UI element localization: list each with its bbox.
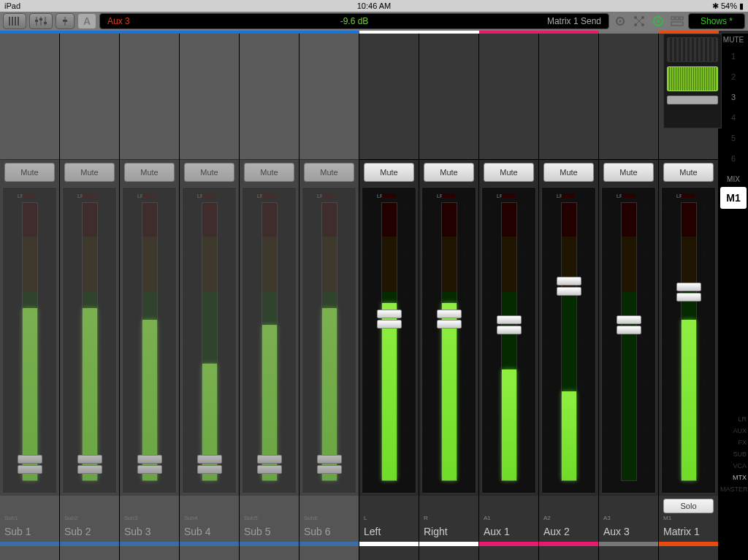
level-meter xyxy=(202,202,218,481)
status-battery: ✱ 54% ▮ xyxy=(671,1,744,11)
mute-button[interactable]: Mute xyxy=(663,163,714,182)
svg-rect-22 xyxy=(680,17,683,20)
mute-group-2[interactable]: 2 xyxy=(719,66,748,87)
meters-view-button[interactable] xyxy=(3,13,26,29)
solo-button[interactable]: Solo xyxy=(663,499,714,513)
fader-area: ·······LR······· xyxy=(182,187,237,494)
mute-button[interactable]: Mute xyxy=(603,163,654,182)
status-time: 10:46 AM xyxy=(77,1,671,10)
level-meter xyxy=(621,202,637,481)
level-meter xyxy=(441,202,457,481)
overview-bank-2[interactable] xyxy=(667,66,718,91)
fader-handle[interactable] xyxy=(676,283,701,303)
mute-button[interactable]: Mute xyxy=(184,163,234,182)
clip-indicator xyxy=(262,193,275,198)
mute-button[interactable]: Mute xyxy=(304,163,354,182)
channel-id: A1 xyxy=(484,515,534,521)
fader-handle[interactable] xyxy=(77,455,102,475)
channel-name[interactable]: Sub 1 xyxy=(4,526,55,537)
mix-cat-sub[interactable]: SUB xyxy=(720,450,747,461)
mute-button[interactable]: Mute xyxy=(543,163,594,182)
auto-button[interactable]: A xyxy=(77,13,96,29)
channel-name[interactable]: Aux 1 xyxy=(484,526,534,537)
fader-handle[interactable] xyxy=(197,455,222,475)
fader-handle[interactable] xyxy=(557,277,581,297)
fader-handle[interactable] xyxy=(377,310,402,330)
channel-name[interactable]: Sub 5 xyxy=(244,526,294,537)
status-device: iPad xyxy=(4,1,77,10)
channel-id: A3 xyxy=(603,515,654,521)
channel-name[interactable]: Sub 3 xyxy=(124,526,175,537)
fader-area: ·······LR······· xyxy=(302,187,356,494)
overview-panel[interactable] xyxy=(663,34,722,129)
lcd-value: -9.6 dB xyxy=(195,16,514,26)
mix-cat-vca[interactable]: VCA xyxy=(720,462,747,472)
mute-group-5[interactable]: 5 xyxy=(719,128,748,148)
channel-id: M1 xyxy=(663,515,714,521)
mix-cat-lr[interactable]: LR xyxy=(720,415,747,426)
mute-button[interactable]: Mute xyxy=(424,163,474,182)
mute-button[interactable]: Mute xyxy=(244,163,294,182)
mute-group-6[interactable]: 6 xyxy=(719,148,748,169)
overview-bank-1[interactable] xyxy=(667,37,718,62)
fader-area: ·······LR······· xyxy=(2,187,57,494)
channel-name[interactable]: Right xyxy=(424,526,474,537)
lcd-display[interactable]: Aux 3 -9.6 dB Matrix 1 Send xyxy=(99,13,609,29)
fader-area: ·······LR······· xyxy=(601,187,656,494)
faders-view-button[interactable] xyxy=(29,13,53,29)
settings-icon[interactable] xyxy=(612,13,628,29)
mute-button[interactable]: Mute xyxy=(64,163,115,182)
mute-group-1[interactable]: 1 xyxy=(719,46,748,66)
channel-name[interactable]: Left xyxy=(364,526,414,537)
channel-name[interactable]: Sub 2 xyxy=(64,526,115,537)
record-icon[interactable] xyxy=(650,13,666,29)
layout-icon[interactable] xyxy=(669,13,685,29)
channel-name[interactable]: Sub 6 xyxy=(304,526,354,537)
fader-handle[interactable] xyxy=(437,310,462,330)
clip-indicator xyxy=(442,193,455,198)
mute-button[interactable]: Mute xyxy=(364,163,414,182)
mix-select-button[interactable]: M1 xyxy=(720,187,747,209)
mute-group-4[interactable]: 4 xyxy=(719,107,748,128)
main-area: Mute·······LR·······Sub1Sub 1Mute·······… xyxy=(0,34,748,560)
level-meter xyxy=(142,202,158,481)
level-meter xyxy=(321,202,337,481)
fader-handle[interactable] xyxy=(257,455,282,475)
channel-R: Mute·······LR·······RRight xyxy=(419,34,479,560)
channel-id: Sub1 xyxy=(4,515,55,521)
fader-area: ·······LR······· xyxy=(122,187,177,494)
overview-bank-3[interactable] xyxy=(667,96,718,104)
channel-name[interactable]: Aux 3 xyxy=(603,526,654,537)
shows-button[interactable]: Shows * xyxy=(688,13,745,29)
mix-cat-fx[interactable]: FX xyxy=(720,439,747,449)
mix-categories: LRAUXFXSUBVCAMTXMASTERS xyxy=(719,415,748,496)
mute-button[interactable]: Mute xyxy=(484,163,534,182)
svg-rect-7 xyxy=(39,18,42,20)
fader-handle[interactable] xyxy=(18,455,42,475)
channel-id: Sub6 xyxy=(304,515,354,521)
mix-cat-mtx[interactable]: MTX xyxy=(720,474,747,484)
fader-area: ·······LR······· xyxy=(62,187,117,494)
mix-cat-masters[interactable]: MASTERS xyxy=(720,486,747,496)
mute-button[interactable]: Mute xyxy=(4,163,55,182)
routing-icon[interactable] xyxy=(631,13,647,29)
mute-button[interactable]: Mute xyxy=(124,163,175,182)
channel-name[interactable]: Sub 4 xyxy=(184,526,234,537)
mix-cat-aux[interactable]: AUX xyxy=(720,427,747,437)
single-fader-button[interactable] xyxy=(56,13,75,29)
fader-handle[interactable] xyxy=(137,455,162,475)
fader-handle[interactable] xyxy=(317,455,342,475)
fader-handle[interactable] xyxy=(617,315,641,336)
channel-L: Mute·······LR·······LLeft xyxy=(359,34,419,560)
svg-rect-1 xyxy=(12,17,13,26)
clip-indicator xyxy=(502,193,515,198)
mute-group-3[interactable]: 3 xyxy=(719,87,748,107)
level-meter xyxy=(681,202,697,481)
channel-name[interactable]: Aux 2 xyxy=(543,526,594,537)
channel-Sub1: Mute·······LR·······Sub1Sub 1 xyxy=(0,34,60,560)
shows-label: Shows xyxy=(701,16,727,26)
level-meter xyxy=(262,202,278,481)
fader-handle[interactable] xyxy=(497,315,522,336)
channel-name[interactable]: Matrix 1 xyxy=(663,526,714,537)
svg-rect-23 xyxy=(671,22,683,26)
